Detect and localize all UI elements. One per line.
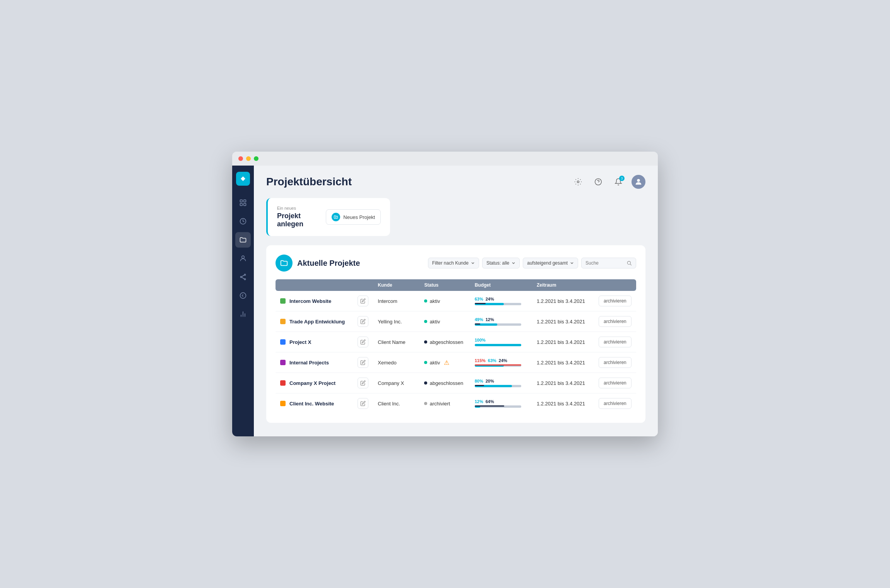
budget-label1: 115% bbox=[475, 358, 486, 363]
filter-kunde-select[interactable]: Filter nach Kunde bbox=[428, 258, 479, 268]
status-dot bbox=[424, 361, 427, 364]
svg-point-16 bbox=[577, 181, 579, 183]
project-kunde: Xemedo bbox=[373, 352, 419, 373]
budget-cell: 12% 64% bbox=[470, 393, 532, 414]
project-name-cell: Intercom Website bbox=[280, 298, 348, 304]
new-project-button[interactable]: Neues Projekt bbox=[326, 209, 381, 225]
budget-bar bbox=[475, 364, 521, 367]
th-budget: Budget bbox=[470, 279, 532, 291]
notifications-button[interactable]: 3 bbox=[611, 175, 625, 189]
project-name: Client Inc. Website bbox=[289, 401, 334, 407]
settings-button[interactable] bbox=[571, 175, 585, 189]
filter-sort-select[interactable]: aufsteigend gesamt bbox=[523, 258, 578, 268]
status-dot bbox=[424, 340, 427, 344]
status-cell: abgeschlossen bbox=[424, 339, 465, 345]
svg-rect-3 bbox=[244, 203, 246, 206]
filter-controls: Filter nach Kunde Status: alle bbox=[428, 258, 636, 268]
project-name-cell: Company X Project bbox=[280, 380, 348, 386]
svg-point-19 bbox=[637, 179, 640, 182]
project-name: Company X Project bbox=[289, 380, 335, 386]
search-box bbox=[581, 258, 636, 268]
project-color-dot bbox=[280, 339, 286, 345]
project-color-dot bbox=[280, 298, 286, 304]
archivieren-button[interactable]: archivieren bbox=[599, 357, 632, 368]
sidebar-item-reports[interactable] bbox=[235, 306, 251, 322]
svg-line-23 bbox=[630, 264, 632, 265]
edit-button[interactable] bbox=[358, 378, 368, 388]
new-project-label: Neues Projekt bbox=[343, 214, 375, 220]
budget-label2: 20% bbox=[486, 379, 494, 383]
project-name-cell: Trade App Entwicklung bbox=[280, 319, 348, 325]
close-dot[interactable] bbox=[238, 156, 243, 161]
sidebar-item-projects[interactable] bbox=[235, 232, 251, 248]
sidebar-item-connections[interactable] bbox=[235, 269, 251, 285]
page-title: Projektübersicht bbox=[266, 176, 352, 188]
sidebar-item-contacts[interactable] bbox=[235, 251, 251, 266]
status-label: aktiv bbox=[430, 319, 440, 325]
minimize-dot[interactable] bbox=[246, 156, 251, 161]
budget-labels: 115% 63% 24% bbox=[475, 358, 527, 363]
projects-title-group: Aktuelle Projekte bbox=[276, 255, 360, 272]
archivieren-button[interactable]: archivieren bbox=[599, 316, 632, 327]
archivieren-button[interactable]: archivieren bbox=[599, 378, 632, 388]
app-logo[interactable] bbox=[236, 172, 250, 186]
project-zeitraum: 1.2.2021 bis 3.4.2021 bbox=[532, 291, 594, 311]
budget-bar bbox=[475, 303, 521, 305]
archivieren-button[interactable]: archivieren bbox=[599, 398, 632, 409]
svg-point-8 bbox=[244, 279, 245, 280]
table-row: Client Inc. Website Client Inc. archivie… bbox=[276, 393, 636, 414]
filter-status-label: Status: alle bbox=[486, 260, 509, 266]
projects-title: Aktuelle Projekte bbox=[297, 259, 360, 268]
budget-label3: 24% bbox=[499, 358, 507, 363]
edit-button[interactable] bbox=[358, 357, 368, 368]
new-project-icon bbox=[332, 213, 340, 221]
search-input[interactable] bbox=[585, 260, 624, 266]
project-name: Intercom Website bbox=[289, 298, 331, 304]
search-icon bbox=[626, 260, 632, 266]
project-color-dot bbox=[280, 380, 286, 386]
th-action bbox=[594, 279, 636, 291]
status-dot bbox=[424, 402, 427, 405]
budget-label1: 80% bbox=[475, 379, 483, 383]
warning-icon: ⚠ bbox=[444, 359, 449, 366]
status-dot bbox=[424, 299, 427, 303]
project-name-cell: Project X bbox=[280, 339, 348, 345]
chevron-down-icon3 bbox=[570, 261, 574, 265]
status-cell: archiviert bbox=[424, 401, 465, 407]
budget-labels: 63% 24% bbox=[475, 297, 527, 301]
filter-status-select[interactable]: Status: alle bbox=[482, 258, 520, 268]
sidebar-item-time[interactable] bbox=[235, 214, 251, 229]
sidebar: € bbox=[232, 166, 254, 436]
th-kunde: Kunde bbox=[373, 279, 419, 291]
help-button[interactable] bbox=[591, 175, 605, 189]
svg-point-17 bbox=[595, 179, 602, 185]
sidebar-item-dashboard[interactable] bbox=[235, 195, 251, 210]
user-avatar[interactable] bbox=[632, 175, 645, 189]
create-card-text: Ein neues Projekt anlegen bbox=[277, 206, 326, 228]
browser-window: € Projektübersicht bbox=[232, 152, 658, 436]
svg-line-10 bbox=[242, 277, 245, 279]
create-project-card: Ein neues Projekt anlegen Neues Projekt bbox=[266, 198, 390, 236]
sidebar-item-finance[interactable]: € bbox=[235, 288, 251, 303]
edit-button[interactable] bbox=[358, 337, 368, 347]
status-label: abgeschlossen bbox=[430, 380, 463, 386]
project-color-dot bbox=[280, 401, 286, 406]
status-cell: abgeschlossen bbox=[424, 380, 465, 386]
status-cell: aktiv bbox=[424, 298, 465, 304]
archivieren-button[interactable]: archivieren bbox=[599, 337, 632, 347]
top-header: Projektübersicht bbox=[266, 175, 645, 189]
edit-button[interactable] bbox=[358, 316, 368, 327]
maximize-dot[interactable] bbox=[254, 156, 258, 161]
budget-labels: 49% 12% bbox=[475, 317, 527, 322]
budget-bar bbox=[475, 323, 521, 326]
svg-point-5 bbox=[242, 256, 245, 258]
archivieren-button[interactable]: archivieren bbox=[599, 296, 632, 306]
edit-button[interactable] bbox=[358, 398, 368, 409]
edit-button[interactable] bbox=[358, 296, 368, 306]
svg-point-7 bbox=[240, 276, 241, 277]
projects-header: Aktuelle Projekte Filter nach Kunde Stat… bbox=[276, 255, 636, 272]
budget-labels: 100% bbox=[475, 338, 527, 342]
budget-bar bbox=[475, 344, 521, 346]
project-color-dot bbox=[280, 319, 286, 324]
th-zeitraum: Zeitraum bbox=[532, 279, 594, 291]
